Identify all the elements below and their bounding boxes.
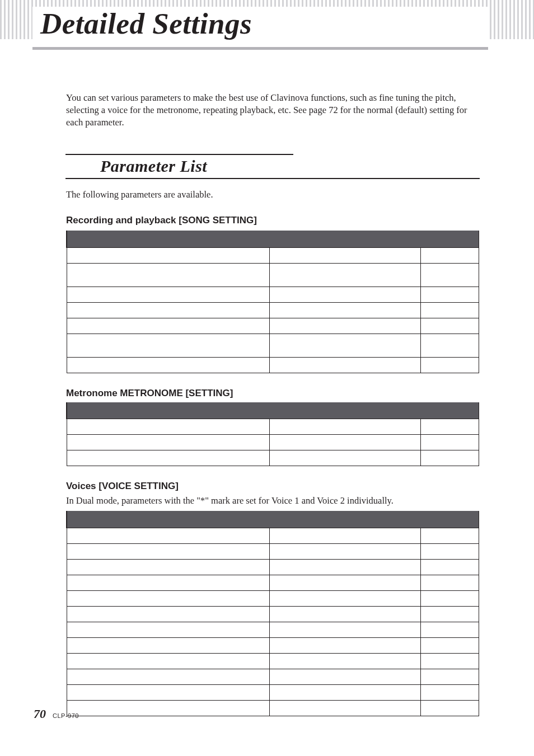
table-row bbox=[67, 590, 479, 606]
table-song-setting bbox=[66, 231, 479, 373]
table-row bbox=[67, 653, 479, 669]
table-row bbox=[67, 559, 479, 575]
table-row bbox=[67, 684, 479, 700]
table-title-song: Recording and playback [SONG SETTING] bbox=[66, 215, 479, 226]
table-row bbox=[67, 318, 479, 334]
table-note-voice: In Dual mode, parameters with the "*" ma… bbox=[66, 495, 479, 506]
table-row bbox=[67, 334, 479, 357]
section-heading: Parameter List bbox=[65, 155, 480, 179]
table-title-voice: Voices [VOICE SETTING] bbox=[66, 481, 479, 492]
page-footer: 70 CLP-970 bbox=[34, 707, 79, 721]
table-row bbox=[67, 669, 479, 684]
table-metronome-setting bbox=[66, 402, 479, 467]
table-row bbox=[67, 357, 479, 373]
model-label: CLP-970 bbox=[53, 712, 79, 719]
page-number: 70 bbox=[34, 707, 46, 721]
table-row bbox=[67, 575, 479, 590]
sub-intro: The following parameters are available. bbox=[66, 189, 479, 200]
table-row bbox=[67, 637, 479, 653]
page-title: Detailed Settings bbox=[32, 7, 488, 45]
table-row bbox=[67, 302, 479, 318]
table-row bbox=[67, 700, 479, 716]
section-heading-block: Parameter List bbox=[65, 154, 480, 179]
table-row bbox=[67, 263, 479, 287]
table-row bbox=[67, 287, 479, 302]
table-voice-setting bbox=[66, 511, 479, 716]
table-row bbox=[67, 543, 479, 559]
intro-paragraph: You can set various parameters to make t… bbox=[66, 92, 479, 128]
table-row bbox=[67, 247, 479, 263]
table-row bbox=[67, 622, 479, 637]
page-content: You can set various parameters to make t… bbox=[0, 50, 534, 716]
table-row bbox=[67, 419, 479, 435]
table-row bbox=[67, 450, 479, 466]
table-title-metronome: Metronome METRONOME [SETTING] bbox=[66, 388, 479, 399]
table-row bbox=[67, 606, 479, 622]
table-row bbox=[67, 528, 479, 543]
table-row bbox=[67, 435, 479, 450]
page-title-block: Detailed Settings bbox=[32, 7, 488, 50]
